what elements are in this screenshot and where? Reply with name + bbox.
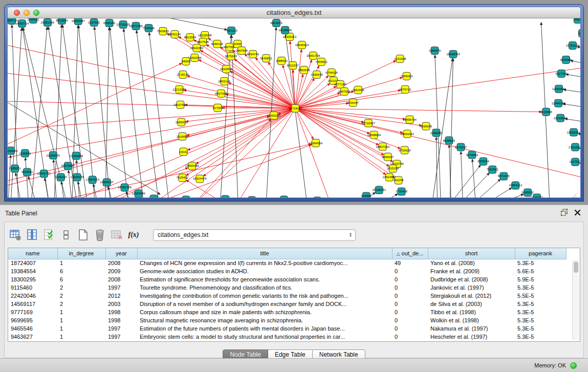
table-cell[interactable]: Investigating the contribution of common… [137, 292, 392, 300]
table-cell[interactable]: 1998 [105, 316, 137, 324]
table-row[interactable]: 1872400712008Changes of HCN gene express… [8, 259, 566, 267]
table-cell[interactable]: 9115460 [8, 283, 57, 292]
network-node[interactable]: 8427552 [215, 90, 228, 97]
network-node[interactable]: 12923446 [132, 190, 145, 198]
network-node[interactable]: 15692951 [567, 128, 580, 136]
table-cell[interactable]: 2008 [105, 259, 137, 267]
network-node[interactable]: 9504 [574, 18, 580, 23]
network-node[interactable]: 8912954 [184, 33, 197, 41]
table-cell[interactable]: 1997 [105, 333, 137, 341]
network-node[interactable]: 2036447 [347, 99, 359, 106]
column-header-in-degree[interactable]: in_degree [57, 248, 105, 259]
table-cell[interactable]: 49 [392, 259, 428, 267]
table-cell[interactable]: 1 [57, 333, 105, 341]
table-cell[interactable]: 2 [57, 292, 105, 300]
table-row[interactable]: 946554611997Estimation of the future num… [8, 324, 566, 333]
network-node[interactable]: 1245062 [531, 194, 543, 198]
network-node[interactable]: 10653287 [71, 18, 85, 25]
column-header-out-de-[interactable]: △out_de... [392, 248, 428, 259]
table-cell[interactable]: 1 [57, 316, 105, 324]
table-row[interactable]: 1456911722003Disruption of a novel membe… [8, 300, 566, 308]
table-cell[interactable]: Corpus callosum shape and size in male p… [137, 308, 392, 316]
table-cell[interactable]: Disruption of a novel member of a sodium… [137, 300, 392, 308]
table-cell[interactable]: 0 [392, 333, 428, 341]
network-node[interactable]: 7955812 [315, 58, 328, 65]
table-cell[interactable]: Embryonic stem cells: a model to study s… [137, 333, 392, 341]
network-node[interactable]: 1167533 [570, 158, 580, 166]
function-builder-icon[interactable]: f(x) [127, 228, 140, 242]
minimize-window-button[interactable] [24, 10, 30, 16]
network-node[interactable]: 15720407 [361, 119, 375, 127]
table-cell[interactable]: 1997 [105, 324, 137, 333]
network-node[interactable]: 1145194 [55, 173, 67, 181]
network-node[interactable]: 1527902 [88, 18, 100, 26]
network-node[interactable]: 18495794 [403, 116, 417, 123]
network-node[interactable]: 6466160 [103, 19, 116, 27]
network-node[interactable]: 8913014 [56, 18, 68, 24]
network-node[interactable]: 20691406 [41, 18, 55, 26]
table-cell[interactable]: Wolkin et al. (1998) [428, 316, 515, 324]
network-node[interactable]: 9756928 [399, 146, 411, 154]
network-node[interactable]: 17016504 [569, 143, 580, 151]
table-cell[interactable]: Genome-wide association studies in ADHD. [137, 267, 392, 275]
network-node[interactable]: 6497568 [338, 87, 351, 95]
table-cell[interactable]: 5.3E-5 [515, 259, 566, 267]
close-window-button[interactable] [14, 10, 20, 16]
network-node[interactable]: 16671355 [129, 22, 143, 30]
table-cell[interactable]: 0 [392, 292, 428, 300]
table-cell[interactable]: Changes of HCN gene expression and I(f) … [137, 259, 392, 267]
table-cell[interactable]: 18300295 [8, 275, 57, 283]
network-node[interactable]: 1835021 [27, 18, 39, 23]
network-node[interactable]: 6379197 [455, 143, 467, 151]
network-node[interactable]: 1640954 [430, 129, 443, 137]
table-cell[interactable]: Dudbridge et al. (2008) [428, 275, 515, 283]
table-cell[interactable]: Tourette syndrome. Phenomenology and cla… [137, 283, 392, 292]
table-cell[interactable]: 0 [392, 308, 428, 316]
table-cell[interactable]: 5.3E-5 [515, 316, 566, 324]
new-table-icon[interactable] [76, 228, 90, 242]
table-cell[interactable]: 19384554 [8, 267, 57, 275]
table-cell[interactable]: Tibbo et al. (1998) [428, 308, 515, 316]
network-node[interactable]: 7485083 [401, 72, 413, 80]
network-node[interactable]: 1294382 [148, 195, 160, 198]
table-cell[interactable]: 9463627 [8, 333, 57, 341]
network-node[interactable]: 9329966 [560, 56, 572, 63]
network-node[interactable]: 17957253 [85, 176, 99, 184]
table-cell[interactable]: Estimation of the future numbers of pati… [137, 324, 392, 333]
network-node[interactable]: 16210643 [554, 114, 568, 122]
network-node[interactable]: 2803144 [219, 77, 231, 85]
table-cell[interactable]: 0 [392, 316, 428, 324]
network-node[interactable]: 8938923 [443, 137, 455, 144]
network-node[interactable]: 18107552 [173, 101, 187, 108]
table-cell[interactable]: Structural magnetic resonance image aver… [137, 316, 392, 324]
table-cell[interactable]: 0 [392, 300, 428, 308]
network-node[interactable]: 1588520 [275, 57, 288, 64]
network-node[interactable]: 1504112 [220, 195, 231, 198]
network-node[interactable]: 20206576 [47, 151, 60, 159]
table-settings-icon[interactable] [9, 228, 22, 242]
close-panel-icon[interactable] [574, 209, 581, 218]
network-node[interactable]: 7632621 [487, 166, 499, 173]
table-cell[interactable]: 0 [392, 283, 428, 292]
table-cell[interactable]: Jankovic et al. (1997) [428, 283, 515, 292]
table-cell[interactable]: Estimation of significance thresholds fo… [137, 275, 392, 283]
network-node[interactable]: 12213389 [172, 85, 186, 93]
table-row[interactable]: 946362711997Embryonic stem cells: a mode… [8, 333, 566, 341]
table-cell[interactable]: 5.3E-5 [515, 308, 566, 316]
table-cell[interactable]: 5.3E-5 [515, 333, 566, 341]
float-panel-icon[interactable] [561, 209, 568, 218]
network-node[interactable]: 1221908 [394, 55, 406, 62]
table-row[interactable]: 1830029562008Estimation of significance … [8, 275, 566, 283]
column-header-title[interactable]: title [137, 248, 392, 259]
table-cell[interactable]: 18724007 [8, 259, 57, 267]
network-node[interactable]: 10719155 [116, 20, 130, 28]
network-node[interactable]: 1213505 [278, 196, 290, 198]
table-cell[interactable]: 1 [57, 259, 105, 267]
network-node[interactable]: 917004 [212, 104, 223, 112]
network-node[interactable]: 12942757 [37, 170, 51, 178]
table-scrollbar[interactable] [572, 260, 579, 340]
network-node[interactable]: 16648784 [446, 50, 460, 58]
network-node[interactable]: 15136141 [372, 186, 386, 194]
table-cell[interactable]: 2012 [105, 292, 137, 300]
table-cell[interactable]: 2 [57, 283, 105, 292]
